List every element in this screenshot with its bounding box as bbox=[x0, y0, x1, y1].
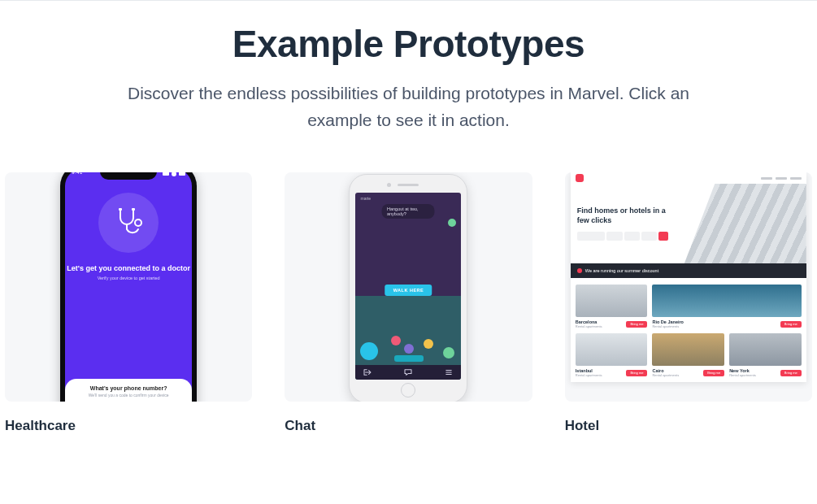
hero-headline: Find homes or hotels in a few clicks bbox=[577, 206, 668, 225]
city-cta-button[interactable]: Bring me bbox=[626, 370, 647, 376]
search-button[interactable] bbox=[658, 232, 668, 241]
city-sub: Rental apartments bbox=[652, 373, 679, 377]
character-icon bbox=[443, 347, 454, 358]
city-card[interactable]: Cairo Rental apartments Bring me bbox=[652, 333, 724, 377]
city-image bbox=[729, 333, 802, 366]
walk-here-button[interactable]: WALK HERE bbox=[385, 285, 432, 296]
site-nav bbox=[571, 172, 806, 184]
card-title: Chat bbox=[285, 418, 532, 434]
sheet-question: What's your phone number? bbox=[73, 385, 184, 391]
phone-camera bbox=[387, 183, 391, 187]
signal-icon bbox=[163, 172, 169, 176]
card-title: Hotel bbox=[565, 418, 812, 434]
city-cta-button[interactable]: Bring me bbox=[780, 321, 802, 328]
promo-dot-icon bbox=[577, 268, 582, 273]
prototype-thumb: Find homes or hotels in a few clicks We … bbox=[565, 172, 812, 402]
prototype-thumb: marie Hangout at two, anybody? WALK HERE bbox=[285, 172, 532, 402]
city-card[interactable]: Istanbul Rental apartments Bring me bbox=[576, 333, 648, 377]
home-button-icon bbox=[401, 383, 415, 398]
platform-icon bbox=[394, 355, 424, 362]
city-sub: Rental apartments bbox=[729, 373, 756, 377]
bottom-sheet: What's your phone number? We'll send you… bbox=[65, 379, 192, 402]
location-input[interactable] bbox=[577, 232, 606, 241]
menu-icon[interactable] bbox=[445, 369, 453, 376]
logo-icon bbox=[576, 174, 584, 182]
city-sub: Rental apartments bbox=[576, 324, 602, 328]
character-icon bbox=[424, 339, 433, 349]
sheet-sub: We'll send you a code to confirm your de… bbox=[73, 393, 184, 398]
status-icons bbox=[163, 172, 185, 176]
exit-icon[interactable] bbox=[363, 369, 372, 376]
date-input[interactable] bbox=[606, 232, 622, 241]
hero-circle bbox=[98, 193, 159, 253]
chat-user-label: marie bbox=[360, 196, 371, 201]
nav-link[interactable] bbox=[790, 177, 802, 180]
city-sub: Rental apartments bbox=[652, 324, 684, 328]
character-icon bbox=[404, 344, 414, 354]
wifi-icon bbox=[172, 172, 176, 176]
svg-point-0 bbox=[135, 219, 141, 226]
promo-banner: We are running our summer discount bbox=[571, 263, 806, 278]
prototype-card-healthcare[interactable]: 9:41 L bbox=[5, 172, 252, 434]
city-cta-button[interactable]: Bring me bbox=[780, 370, 802, 376]
prototype-thumb: 9:41 L bbox=[5, 172, 252, 402]
guests-input[interactable] bbox=[641, 232, 657, 241]
hero: Find homes or hotels in a few clicks bbox=[571, 184, 806, 263]
phone-notch bbox=[100, 172, 157, 180]
healthcare-sub: Verify your device to get started bbox=[98, 276, 160, 280]
page-title: Example Prototypes bbox=[0, 22, 817, 66]
battery-icon bbox=[179, 172, 185, 176]
city-cta-button[interactable]: Bring me bbox=[626, 321, 647, 328]
prototype-card-hotel[interactable]: Find homes or hotels in a few clicks We … bbox=[565, 172, 812, 434]
healthcare-headline: Let's get you connected to a doctor bbox=[67, 264, 190, 272]
status-time: 9:41 bbox=[72, 172, 83, 175]
chat-bottom-bar bbox=[355, 365, 461, 380]
hero-building-image bbox=[684, 184, 806, 263]
stethoscope-icon bbox=[112, 206, 145, 239]
svg-rect-2 bbox=[132, 208, 135, 211]
date-input[interactable] bbox=[624, 232, 640, 241]
svg-rect-1 bbox=[119, 208, 122, 211]
character-icon bbox=[391, 336, 401, 345]
nav-link[interactable] bbox=[776, 177, 787, 180]
nav-link[interactable] bbox=[761, 177, 772, 180]
city-image bbox=[652, 333, 724, 366]
promo-text: We are running our summer discount bbox=[585, 268, 658, 273]
game-ground bbox=[355, 334, 461, 365]
city-card[interactable]: New York Rental apartments Bring me bbox=[729, 333, 802, 377]
phone-speaker bbox=[398, 184, 419, 186]
city-image bbox=[652, 285, 801, 317]
search-row bbox=[577, 232, 668, 241]
city-card[interactable]: Barcelona Rental apartments Bring me bbox=[576, 285, 648, 328]
character-icon bbox=[360, 342, 378, 360]
chat-message: Hangout at two, anybody? bbox=[382, 204, 435, 219]
city-image bbox=[576, 285, 648, 317]
hotel-site: Find homes or hotels in a few clicks We … bbox=[571, 172, 806, 382]
city-sub: Rental apartments bbox=[576, 373, 602, 377]
phone-frame: marie Hangout at two, anybody? WALK HERE bbox=[349, 174, 467, 402]
city-card[interactable]: Rio De Janeiro Rental apartments Bring m… bbox=[652, 285, 801, 328]
prototype-card-chat[interactable]: marie Hangout at two, anybody? WALK HERE bbox=[285, 172, 532, 434]
city-cta-button[interactable]: Bring me bbox=[703, 370, 724, 376]
city-grid: Barcelona Rental apartments Bring me Rio… bbox=[571, 278, 806, 382]
city-image bbox=[576, 333, 648, 366]
prototype-card-grid: 9:41 L bbox=[0, 133, 817, 434]
phone-frame: 9:41 L bbox=[60, 172, 197, 402]
page-subtitle: Discover the endless possibilities of bu… bbox=[116, 80, 702, 133]
chat-scene: marie Hangout at two, anybody? WALK HERE bbox=[355, 193, 461, 380]
card-title: Healthcare bbox=[5, 418, 252, 434]
chat-icon[interactable] bbox=[404, 369, 412, 376]
avatar-icon bbox=[448, 219, 456, 227]
